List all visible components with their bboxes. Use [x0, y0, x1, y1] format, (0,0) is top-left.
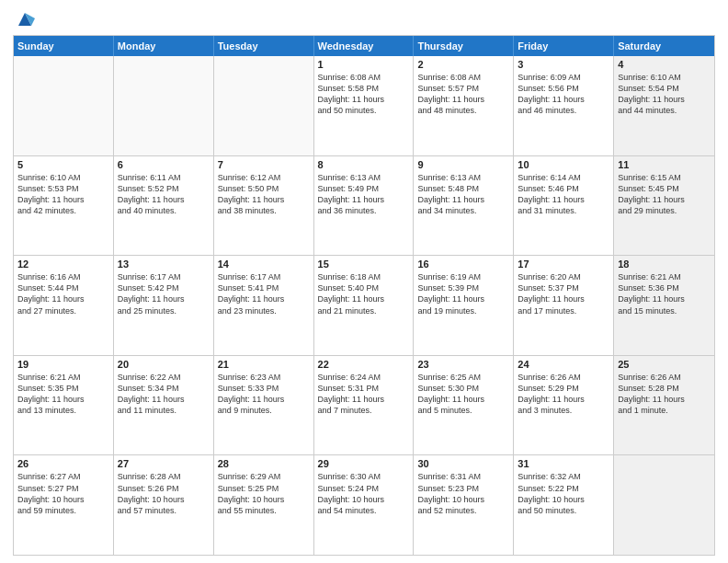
day-cell-24: 24Sunrise: 6:26 AMSunset: 5:29 PMDayligh…: [514, 356, 614, 455]
day-details: Sunrise: 6:17 AMSunset: 5:41 PMDaylight:…: [218, 271, 310, 316]
day-cell-2: 2Sunrise: 6:08 AMSunset: 5:57 PMDaylight…: [414, 56, 514, 155]
day-cell-11: 11Sunrise: 6:15 AMSunset: 5:45 PMDayligh…: [614, 156, 714, 256]
day-number: 15: [318, 259, 410, 270]
day-cell-27: 27Sunrise: 6:28 AMSunset: 5:26 PMDayligh…: [114, 455, 214, 555]
calendar-row-1: 5Sunrise: 6:10 AMSunset: 5:53 PMDaylight…: [14, 155, 714, 256]
day-number: 14: [218, 259, 310, 270]
day-details: Sunrise: 6:13 AMSunset: 5:49 PMDaylight:…: [318, 172, 410, 217]
day-cell-17: 17Sunrise: 6:20 AMSunset: 5:37 PMDayligh…: [514, 256, 614, 355]
day-details: Sunrise: 6:26 AMSunset: 5:29 PMDaylight:…: [518, 372, 609, 417]
day-details: Sunrise: 6:10 AMSunset: 5:53 PMDaylight:…: [17, 172, 109, 217]
day-details: Sunrise: 6:25 AMSunset: 5:30 PMDaylight:…: [417, 372, 509, 417]
day-number: 13: [118, 259, 210, 270]
day-number: 1: [318, 59, 410, 70]
day-details: Sunrise: 6:29 AMSunset: 5:25 PMDaylight:…: [218, 471, 310, 516]
day-number: 27: [118, 458, 210, 469]
day-cell-6: 6Sunrise: 6:11 AMSunset: 5:52 PMDaylight…: [114, 156, 214, 256]
day-details: Sunrise: 6:20 AMSunset: 5:37 PMDaylight:…: [518, 271, 609, 316]
day-header-monday: Monday: [114, 36, 214, 56]
day-details: Sunrise: 6:32 AMSunset: 5:22 PMDaylight:…: [518, 471, 609, 516]
day-cell-26: 26Sunrise: 6:27 AMSunset: 5:27 PMDayligh…: [14, 455, 114, 555]
day-details: Sunrise: 6:16 AMSunset: 5:44 PMDaylight:…: [17, 271, 109, 316]
day-number: 24: [518, 359, 609, 370]
calendar-body: 1Sunrise: 6:08 AMSunset: 5:58 PMDaylight…: [14, 56, 714, 555]
day-header-wednesday: Wednesday: [314, 36, 415, 56]
day-details: Sunrise: 6:30 AMSunset: 5:24 PMDaylight:…: [318, 471, 410, 516]
calendar-row-0: 1Sunrise: 6:08 AMSunset: 5:58 PMDaylight…: [14, 56, 714, 155]
day-number: 16: [417, 259, 509, 270]
day-details: Sunrise: 6:17 AMSunset: 5:42 PMDaylight:…: [118, 271, 210, 316]
day-number: 21: [218, 359, 310, 370]
day-cell-7: 7Sunrise: 6:12 AMSunset: 5:50 PMDaylight…: [214, 156, 314, 256]
day-number: 26: [17, 458, 109, 469]
day-number: 30: [417, 458, 509, 469]
day-number: 10: [518, 159, 609, 170]
calendar-row-3: 19Sunrise: 6:21 AMSunset: 5:35 PMDayligh…: [14, 355, 714, 455]
day-number: 25: [618, 359, 711, 370]
day-number: 9: [417, 159, 509, 170]
day-cell-30: 30Sunrise: 6:31 AMSunset: 5:23 PMDayligh…: [414, 455, 514, 555]
day-number: 31: [518, 458, 609, 469]
day-cell-8: 8Sunrise: 6:13 AMSunset: 5:49 PMDaylight…: [314, 156, 415, 256]
day-cell-21: 21Sunrise: 6:23 AMSunset: 5:33 PMDayligh…: [214, 356, 314, 455]
day-number: 18: [618, 259, 711, 270]
day-details: Sunrise: 6:13 AMSunset: 5:48 PMDaylight:…: [417, 172, 509, 217]
logo: [13, 9, 35, 29]
day-number: 7: [218, 159, 310, 170]
day-number: 12: [17, 259, 109, 270]
day-details: Sunrise: 6:08 AMSunset: 5:57 PMDaylight:…: [417, 72, 509, 117]
calendar: SundayMondayTuesdayWednesdayThursdayFrid…: [13, 35, 715, 556]
day-number: 3: [518, 59, 609, 70]
day-number: 2: [417, 59, 509, 70]
calendar-row-2: 12Sunrise: 6:16 AMSunset: 5:44 PMDayligh…: [14, 255, 714, 355]
day-number: 19: [17, 359, 109, 370]
day-header-thursday: Thursday: [414, 36, 514, 56]
day-cell-23: 23Sunrise: 6:25 AMSunset: 5:30 PMDayligh…: [414, 356, 514, 455]
day-cell-3: 3Sunrise: 6:09 AMSunset: 5:56 PMDaylight…: [514, 56, 614, 155]
day-cell-4: 4Sunrise: 6:10 AMSunset: 5:54 PMDaylight…: [614, 56, 714, 155]
logo-icon: [15, 9, 35, 29]
day-cell-10: 10Sunrise: 6:14 AMSunset: 5:46 PMDayligh…: [514, 156, 614, 256]
day-cell-19: 19Sunrise: 6:21 AMSunset: 5:35 PMDayligh…: [14, 356, 114, 455]
day-cell-12: 12Sunrise: 6:16 AMSunset: 5:44 PMDayligh…: [14, 256, 114, 355]
day-cell-5: 5Sunrise: 6:10 AMSunset: 5:53 PMDaylight…: [14, 156, 114, 256]
day-cell-9: 9Sunrise: 6:13 AMSunset: 5:48 PMDaylight…: [414, 156, 514, 256]
day-details: Sunrise: 6:27 AMSunset: 5:27 PMDaylight:…: [17, 471, 109, 516]
day-details: Sunrise: 6:22 AMSunset: 5:34 PMDaylight:…: [118, 372, 210, 417]
day-cell-empty-0-1: [114, 56, 214, 155]
day-cell-1: 1Sunrise: 6:08 AMSunset: 5:58 PMDaylight…: [314, 56, 415, 155]
day-details: Sunrise: 6:21 AMSunset: 5:35 PMDaylight:…: [17, 372, 109, 417]
day-cell-13: 13Sunrise: 6:17 AMSunset: 5:42 PMDayligh…: [114, 256, 214, 355]
day-cell-empty-0-2: [214, 56, 314, 155]
day-header-tuesday: Tuesday: [214, 36, 314, 56]
day-number: 22: [318, 359, 410, 370]
day-cell-20: 20Sunrise: 6:22 AMSunset: 5:34 PMDayligh…: [114, 356, 214, 455]
day-cell-22: 22Sunrise: 6:24 AMSunset: 5:31 PMDayligh…: [314, 356, 415, 455]
calendar-header: SundayMondayTuesdayWednesdayThursdayFrid…: [14, 36, 714, 56]
day-cell-empty-4-6: [614, 455, 714, 555]
day-header-saturday: Saturday: [614, 36, 714, 56]
page: SundayMondayTuesdayWednesdayThursdayFrid…: [0, 0, 728, 563]
day-details: Sunrise: 6:09 AMSunset: 5:56 PMDaylight:…: [518, 72, 609, 117]
day-number: 11: [618, 159, 711, 170]
header: [13, 9, 715, 29]
day-number: 17: [518, 259, 609, 270]
day-details: Sunrise: 6:28 AMSunset: 5:26 PMDaylight:…: [118, 471, 210, 516]
calendar-row-4: 26Sunrise: 6:27 AMSunset: 5:27 PMDayligh…: [14, 454, 714, 555]
day-details: Sunrise: 6:26 AMSunset: 5:28 PMDaylight:…: [618, 372, 711, 417]
day-number: 23: [417, 359, 509, 370]
day-details: Sunrise: 6:21 AMSunset: 5:36 PMDaylight:…: [618, 271, 711, 316]
day-cell-14: 14Sunrise: 6:17 AMSunset: 5:41 PMDayligh…: [214, 256, 314, 355]
day-details: Sunrise: 6:10 AMSunset: 5:54 PMDaylight:…: [618, 72, 711, 117]
day-details: Sunrise: 6:19 AMSunset: 5:39 PMDaylight:…: [417, 271, 509, 316]
day-header-friday: Friday: [514, 36, 614, 56]
day-details: Sunrise: 6:31 AMSunset: 5:23 PMDaylight:…: [417, 471, 509, 516]
day-number: 4: [618, 59, 711, 70]
day-cell-empty-0-0: [14, 56, 114, 155]
day-number: 6: [118, 159, 210, 170]
day-details: Sunrise: 6:08 AMSunset: 5:58 PMDaylight:…: [318, 72, 410, 117]
day-number: 8: [318, 159, 410, 170]
day-details: Sunrise: 6:18 AMSunset: 5:40 PMDaylight:…: [318, 271, 410, 316]
day-header-sunday: Sunday: [14, 36, 114, 56]
day-cell-29: 29Sunrise: 6:30 AMSunset: 5:24 PMDayligh…: [314, 455, 415, 555]
